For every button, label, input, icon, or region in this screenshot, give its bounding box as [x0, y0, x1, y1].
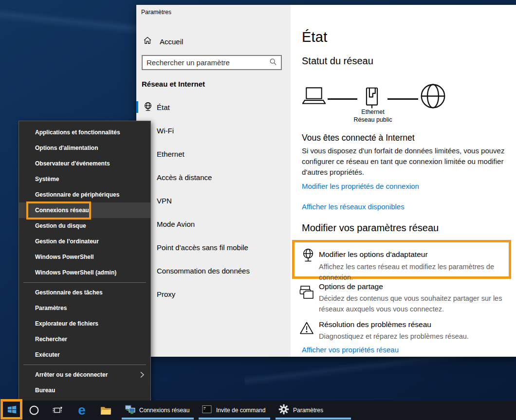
- file-explorer-icon[interactable]: [96, 401, 115, 420]
- connected-body: Si vous disposez d'un forfait de données…: [302, 146, 516, 178]
- task-view-icon[interactable]: [48, 401, 67, 420]
- sidebar-item-label: Point d'accès sans fil mobile: [157, 243, 248, 252]
- winx-item-label: Observateur d'événements: [35, 160, 110, 167]
- winx-item-label: Exécuter: [35, 351, 60, 358]
- settings-main-panel: État Statut du réseau Ethernet Réseau: [291, 5, 516, 357]
- desktop: { "window": { "title": "Paramètres" }, "…: [0, 0, 516, 420]
- winx-item-power-options[interactable]: Options d'alimentation: [19, 140, 150, 156]
- menu-divider: [23, 282, 146, 283]
- sidebar-item-acces-distance[interactable]: Accès à distance: [136, 167, 291, 187]
- taskbar-app-network-connections[interactable]: Connexions réseau: [121, 401, 195, 420]
- warning-triangle-icon: [299, 321, 314, 335]
- winx-item-run[interactable]: Exécuter: [19, 347, 150, 363]
- winx-item-settings[interactable]: Paramètres: [19, 300, 150, 316]
- taskbar-app-label: Invite de command: [216, 407, 265, 414]
- windows-logo-icon: [7, 404, 17, 417]
- sidebar-item-vpn[interactable]: VPN: [136, 191, 291, 210]
- taskbar-app-command-prompt[interactable]: Invite de command: [198, 401, 271, 420]
- command-prompt-icon: [202, 404, 212, 417]
- winx-item-label: Windows PowerShell (admin): [35, 269, 116, 276]
- network-status-heading: Statut du réseau: [302, 55, 373, 67]
- page-title: État: [302, 29, 327, 45]
- winx-item-shutdown[interactable]: Arrêter ou se déconnecter: [19, 367, 150, 383]
- settings-sidebar: Paramètres Accueil Réseau et Internet: [136, 5, 291, 357]
- winx-item-label: Bureau: [35, 387, 55, 394]
- taskbar: e Connexions réseau Invi: [0, 401, 516, 420]
- winx-item-search[interactable]: Rechercher: [19, 331, 150, 347]
- winx-item-label: Explorateur de fichiers: [35, 320, 98, 327]
- taskbar-app-settings[interactable]: Paramètres: [275, 401, 352, 420]
- link-connection-properties[interactable]: Modifier les propriétés de connexion: [302, 182, 419, 190]
- search-input[interactable]: [143, 58, 269, 67]
- menu-divider: [23, 365, 146, 365]
- winx-item-label: Applications et fonctionnalités: [35, 129, 120, 136]
- window-title: Paramètres: [141, 9, 171, 16]
- winx-item-label: Options d'alimentation: [35, 145, 98, 151]
- winx-item-system[interactable]: Système: [19, 171, 150, 187]
- link-network-properties[interactable]: Afficher vos propriétés réseau: [302, 346, 399, 354]
- taskbar-app-label: Paramètres: [293, 407, 323, 414]
- gear-icon: [278, 404, 289, 417]
- sidebar-item-label: Accès à distance: [157, 173, 212, 182]
- winx-item-event-viewer[interactable]: Observateur d'événements: [19, 156, 150, 171]
- sidebar-home-label: Accueil: [160, 37, 183, 46]
- winx-item-device-manager[interactable]: Gestionnaire de périphériques: [19, 187, 150, 202]
- adapter-options-title: Modifier les options d'adaptateur: [319, 250, 428, 259]
- network-settings-heading: Modifier vos paramètres réseau: [302, 222, 439, 234]
- winx-item-task-manager[interactable]: Gestionnaire des tâches: [19, 285, 150, 300]
- selected-accent-bar: [136, 101, 138, 113]
- start-button[interactable]: [0, 401, 23, 420]
- sidebar-item-proxy[interactable]: Proxy: [136, 284, 291, 304]
- sidebar-item-label: VPN: [157, 197, 172, 205]
- winx-item-label: Gestionnaire de périphériques: [35, 191, 119, 198]
- winx-item-powershell[interactable]: Windows PowerShell: [19, 249, 150, 265]
- sharing-options-description: Décidez des contenus que vous souhaitez …: [319, 293, 516, 314]
- network-type: Réseau public: [339, 116, 407, 124]
- winx-item-network-connections[interactable]: Connexions réseau: [19, 202, 150, 218]
- winx-item-label: Gestionnaire des tâches: [35, 289, 103, 296]
- troubleshoot-description: Diagnostiquez et réparez les problèmes r…: [319, 331, 516, 342]
- winx-item-apps-features[interactable]: Applications et fonctionnalités: [19, 125, 150, 140]
- link-available-networks[interactable]: Afficher les réseaux disponibles: [302, 202, 405, 211]
- sidebar-item-ethernet[interactable]: Ethernet: [136, 144, 291, 164]
- sidebar-item-consommation[interactable]: Consommation des données: [136, 261, 291, 280]
- winx-item-label: Système: [35, 176, 59, 183]
- laptop-icon: [302, 86, 326, 108]
- active-app-indicator: [199, 418, 270, 420]
- sharing-options-title[interactable]: Options de partage: [319, 282, 383, 291]
- sidebar-item-label: Consommation des données: [157, 267, 250, 275]
- sidebar-item-etat[interactable]: État: [136, 97, 291, 117]
- adapter-options-item[interactable]: Modifier les options d'adaptateur Affich…: [292, 240, 511, 279]
- connection-caption: Ethernet Réseau public: [339, 108, 407, 124]
- sidebar-item-wifi[interactable]: Wi-Fi: [136, 121, 291, 140]
- winx-item-label: Gestion du disque: [35, 222, 86, 229]
- sidebar-section-title: Réseau et Internet: [142, 80, 205, 88]
- internet-globe-icon: [420, 83, 446, 111]
- connected-heading: Vous êtes connecté à Internet: [302, 133, 415, 143]
- connection-name: Ethernet: [339, 108, 407, 116]
- sidebar-item-point-acces[interactable]: Point d'accès sans fil mobile: [136, 237, 291, 257]
- settings-search-box[interactable]: [142, 55, 282, 70]
- sidebar-item-mode-avion[interactable]: Mode Avion: [136, 214, 291, 234]
- winx-context-menu: Applications et fonctionnalités Options …: [18, 121, 151, 402]
- troubleshoot-title[interactable]: Résolution des problèmes réseau: [319, 320, 431, 329]
- winx-item-label: Windows PowerShell: [35, 254, 94, 260]
- sidebar-item-home[interactable]: Accueil: [143, 35, 284, 48]
- edge-glyph: e: [78, 403, 86, 417]
- winx-item-label: Connexions réseau: [35, 207, 89, 214]
- winx-item-desktop[interactable]: Bureau: [19, 383, 150, 398]
- winx-item-computer-management[interactable]: Gestion de l'ordinateur: [19, 234, 150, 249]
- diagram-connector-line: [387, 98, 418, 100]
- taskbar-app-label: Connexions réseau: [139, 407, 189, 414]
- winx-item-label: Paramètres: [35, 305, 67, 311]
- sidebar-item-label: Wi-Fi: [157, 127, 174, 135]
- edge-browser-icon[interactable]: e: [72, 401, 92, 420]
- winx-item-file-explorer[interactable]: Explorateur de fichiers: [19, 316, 150, 331]
- sidebar-item-label: Mode Avion: [157, 220, 195, 228]
- winx-item-label: Gestion de l'ordinateur: [35, 238, 99, 245]
- winx-item-disk-management[interactable]: Gestion du disque: [19, 218, 150, 234]
- cortana-search-icon[interactable]: [24, 401, 44, 420]
- search-icon[interactable]: [269, 58, 281, 68]
- diagram-connector-line: [328, 98, 357, 100]
- winx-item-powershell-admin[interactable]: Windows PowerShell (admin): [19, 265, 150, 280]
